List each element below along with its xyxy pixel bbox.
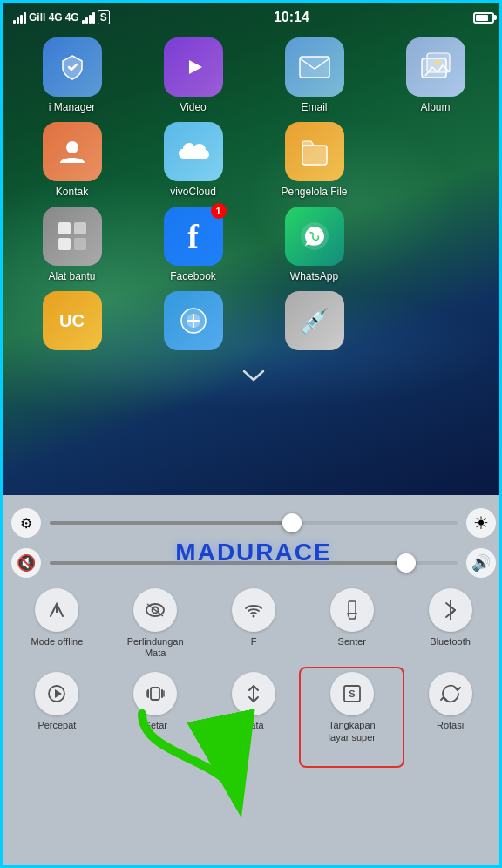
toggle-btn-mode-offline[interactable] <box>35 588 78 632</box>
toggle-data[interactable]: Data <box>208 672 300 743</box>
brightness-left-icon[interactable]: ⚙ <box>11 508 41 538</box>
toggle-btn-senter[interactable] <box>330 588 374 632</box>
svg-point-4 <box>435 60 440 65</box>
toggle-btn-data[interactable] <box>232 672 275 715</box>
svg-rect-21 <box>349 601 356 614</box>
brightness-slider-row: ⚙ ☀ <box>11 508 496 538</box>
signal-bar-8 <box>92 12 95 24</box>
volume-right-icon[interactable]: 🔊 <box>466 548 496 578</box>
toggle-bluetooth[interactable]: Bluetooth <box>404 588 496 659</box>
app-label-imanager: i Manager <box>49 101 95 113</box>
app-icon-video[interactable] <box>164 37 223 97</box>
toggle-rotasi[interactable]: Rotasi <box>404 672 496 743</box>
app-video[interactable]: Video <box>137 37 249 113</box>
signal-bar-3 <box>20 15 23 24</box>
app-alatbantu[interactable]: Alat bantu <box>16 207 128 282</box>
app-icon-uc[interactable]: UC <box>43 291 102 350</box>
signal-bar-2 <box>17 17 19 24</box>
status-right <box>473 12 494 24</box>
app-label-album: Album <box>420 101 450 113</box>
svg-marker-22 <box>348 614 356 619</box>
toggle-grid-2: Percepat Getar <box>11 672 496 743</box>
app-email[interactable]: Email <box>258 37 370 113</box>
app-album[interactable]: Album <box>379 37 492 113</box>
swipe-indicator[interactable] <box>3 363 502 388</box>
app-empty-r2 <box>379 122 492 198</box>
signal-bar-4 <box>24 12 26 24</box>
app-pengelola[interactable]: Pengelola File <box>258 122 370 198</box>
app-label-email: Email <box>301 101 327 113</box>
svg-rect-9 <box>74 222 86 234</box>
app-shareit[interactable] <box>137 291 249 355</box>
battery-fill <box>476 15 488 21</box>
app-label-kontak: Kontak <box>56 186 88 198</box>
phone-screen: Gill 4G 4G S 10:14 <box>3 3 502 868</box>
app-icon-whatsapp[interactable] <box>285 207 344 266</box>
app-label-alatbantu: Alat bantu <box>48 270 95 282</box>
toggle-label-bluetooth: Bluetooth <box>430 636 470 648</box>
toggle-getar[interactable]: Getar <box>110 672 201 743</box>
app-label-whatsapp: WhatsApp <box>290 270 338 282</box>
svg-rect-7 <box>58 222 71 234</box>
svg-point-5 <box>66 141 78 153</box>
battery-icon <box>473 12 494 24</box>
toggle-perlindungan[interactable]: Perlindungan Mata <box>110 588 201 659</box>
app-icon-alatbantu[interactable] <box>43 207 102 266</box>
toggle-tangkapan[interactable]: S Tangkapan layar super <box>306 672 397 743</box>
app-kontak[interactable]: Kontak <box>16 122 128 198</box>
brightness-right-icon[interactable]: ☀ <box>466 508 496 538</box>
app-vivocloud[interactable]: vivoCloud <box>137 122 249 198</box>
toggle-label-getar: Getar <box>143 720 167 731</box>
app-icon-syringe[interactable]: 💉 <box>285 291 344 350</box>
toggle-label-senter: Senter <box>338 636 366 648</box>
toggle-btn-rotasi[interactable] <box>429 672 472 715</box>
app-label-video: Video <box>180 101 206 113</box>
volume-track[interactable] <box>50 561 458 565</box>
app-syringe[interactable]: 💉 <box>258 291 370 355</box>
app-imanager[interactable]: i Manager <box>16 37 128 113</box>
signal-bar-7 <box>89 15 92 24</box>
app-icon-email[interactable] <box>285 37 344 97</box>
app-uc[interactable]: UC <box>16 291 128 355</box>
toggle-btn-getar[interactable] <box>133 672 177 715</box>
toggle-btn-bluetooth[interactable] <box>429 588 472 632</box>
volume-fill <box>50 561 409 565</box>
toggle-btn-wifi[interactable] <box>232 588 275 632</box>
carrier-label: Gill 4G <box>29 11 63 24</box>
svg-marker-0 <box>189 60 202 74</box>
status-bar: Gill 4G 4G S 10:14 <box>3 3 502 29</box>
app-icon-imanager[interactable] <box>43 37 102 97</box>
toggle-percepat[interactable]: Percepat <box>11 672 103 743</box>
signal-bars <box>13 11 26 24</box>
app-icon-facebook[interactable]: f 1 <box>164 207 223 266</box>
brightness-track[interactable] <box>50 521 458 525</box>
toggle-label-perlindungan: Perlindungan Mata <box>127 636 184 659</box>
app-whatsapp[interactable]: WhatsApp <box>258 207 370 282</box>
app-icon-album[interactable] <box>406 37 465 97</box>
toggle-btn-perlindungan[interactable] <box>133 588 177 632</box>
app-icon-vivocloud[interactable] <box>164 122 223 181</box>
svg-text:S: S <box>349 688 355 699</box>
toggle-mode-offline[interactable]: Mode offline <box>11 588 103 659</box>
app-icon-pengelola[interactable] <box>285 122 344 181</box>
app-icon-shareit[interactable] <box>164 291 223 350</box>
home-screen: Gill 4G 4G S 10:14 <box>3 3 502 495</box>
svg-marker-24 <box>55 689 62 698</box>
app-label-vivocloud: vivoCloud <box>170 186 216 198</box>
brightness-thumb[interactable] <box>282 513 302 532</box>
app-label-facebook: Facebook <box>170 270 216 282</box>
svg-rect-1 <box>300 57 329 78</box>
toggle-senter[interactable]: Senter <box>306 588 397 659</box>
toggle-wifi[interactable]: F <box>208 588 300 659</box>
app-empty-r3 <box>379 207 492 282</box>
app-facebook[interactable]: f 1 Facebook <box>137 207 249 282</box>
toggle-btn-percepat[interactable] <box>35 672 78 715</box>
svg-point-20 <box>252 615 254 618</box>
app-icon-kontak[interactable] <box>43 122 102 181</box>
app-empty-r4 <box>379 291 492 355</box>
svg-rect-25 <box>151 688 159 700</box>
toggle-btn-tangkapan[interactable]: S <box>330 672 374 715</box>
signal-bar-6 <box>85 17 88 24</box>
volume-thumb[interactable] <box>397 553 416 573</box>
volume-left-icon[interactable]: 🔇 <box>11 548 41 578</box>
